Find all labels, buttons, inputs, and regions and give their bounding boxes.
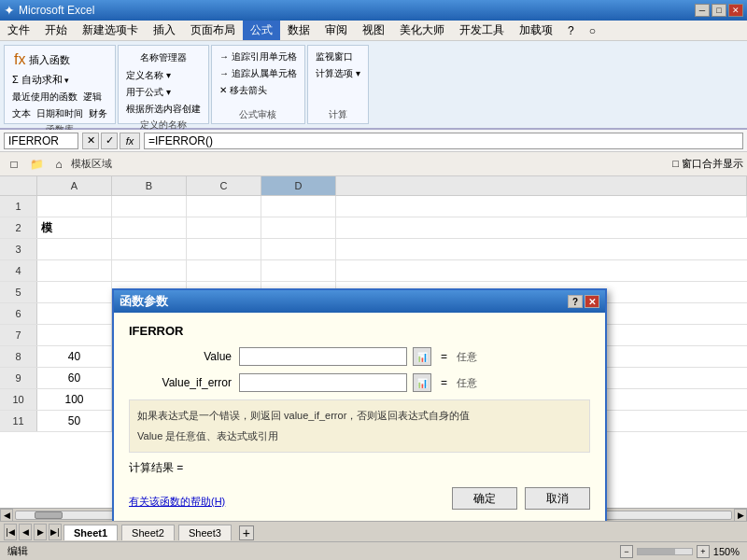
dialog-help-btn[interactable]: ? — [568, 295, 583, 308]
ribbon-btn-insert-func[interactable]: fx 插入函数 — [10, 49, 109, 70]
dialog-value-row: Value 📊 = 任意 — [129, 347, 590, 366]
function-args-dialog: 函数参数 ? ✕ IFERROR Value 📊 — [112, 288, 607, 521]
ribbon-btn-define-name[interactable]: 定义名称 ▾ — [124, 68, 203, 83]
ribbon-group-calc-label: 计算 — [329, 108, 347, 121]
ribbon-btn-datetime[interactable]: 日期和时间 — [35, 106, 85, 121]
ribbon-btn-trace-prec[interactable]: → 追踪引用单元格 — [218, 49, 299, 64]
toolbar-home-btn[interactable]: ⌂ — [49, 155, 69, 174]
ribbon-btn-recent-func[interactable]: 最近使用的函数 — [10, 90, 79, 105]
window-merge-label: □ 窗口合并显示 — [672, 157, 743, 171]
menu-circle[interactable]: ○ — [582, 21, 603, 40]
title-bar-title: Microsoft Excel — [19, 4, 94, 17]
dialog-value-input[interactable] — [239, 347, 407, 366]
menu-file[interactable]: 文件 — [0, 21, 37, 40]
ribbon-btn-text[interactable]: 文本 — [10, 106, 33, 121]
menu-data[interactable]: 数据 — [280, 21, 317, 40]
formula-cancel-btn[interactable]: ✕ — [82, 133, 99, 149]
ribbon-group-audit-label: 公式审核 — [239, 108, 276, 121]
ribbon-group-audit: → 追踪引用单元格 → 追踪从属单元格 ✕ 移去箭头 公式审核 — [211, 45, 305, 124]
dialog-help-link[interactable]: 有关该函数的帮助(H) — [129, 495, 225, 509]
toolbar: □ 📁 ⌂ 模板区域 □ 窗口合并显示 — [0, 152, 747, 176]
ribbon-group-calc: 监视窗口 计算选项 ▾ 计算 — [307, 45, 369, 124]
menu-view[interactable]: 视图 — [355, 21, 392, 40]
ribbon-btn-name-mgr[interactable]: 名称管理器 — [124, 49, 203, 66]
menu-bar: 文件 开始 新建选项卡 插入 页面布局 公式 数据 审阅 视图 美化大师 开发工… — [0, 21, 747, 41]
dialog-value-if-error-result: 任意 — [457, 376, 477, 390]
formula-fx-btn[interactable]: fx — [120, 133, 140, 149]
status-mode: 编辑 — [7, 544, 28, 558]
dialog-title-bar: 函数参数 ? ✕ — [114, 290, 605, 313]
toolbar-new-btn[interactable]: □ — [4, 155, 24, 174]
formula-input[interactable] — [144, 133, 743, 149]
sheet-tab-1[interactable]: Sheet1 — [63, 525, 118, 540]
ribbon-btn-use-in-formula[interactable]: 用于公式 ▾ — [124, 85, 203, 100]
dialog-value-picker-btn[interactable]: 📊 — [413, 347, 431, 366]
ribbon-btn-remove-arrows[interactable]: ✕ 移去箭头 — [218, 83, 299, 98]
dialog-calc-label: 计算结果 = — [129, 461, 183, 474]
formula-bar: ✕ ✓ fx — [0, 130, 747, 152]
ribbon-btn-calc-options[interactable]: 计算选项 ▾ — [314, 66, 362, 81]
name-box[interactable] — [4, 133, 78, 149]
menu-help[interactable]: ? — [560, 21, 582, 40]
ribbon-btn-autosum[interactable]: Σ 自动求和 ▾ — [10, 72, 71, 88]
dialog-description: 如果表达式是一个错误，则返回 value_if_error，否则返回表达式自身的… — [129, 399, 590, 453]
ribbon-btn-logic[interactable]: 逻辑 — [81, 90, 104, 105]
menu-developer[interactable]: 开发工具 — [452, 21, 512, 40]
sheet-scroll-next[interactable]: ▶ — [34, 524, 47, 540]
sheet-scroll-last[interactable]: ▶| — [49, 524, 62, 540]
menu-insert[interactable]: 插入 — [146, 21, 183, 40]
close-button[interactable]: ✕ — [728, 4, 743, 17]
menu-beautify[interactable]: 美化大师 — [392, 21, 452, 40]
dialog-calc-result: 计算结果 = — [129, 460, 590, 476]
dialog-desc-line1: 如果表达式是一个错误，则返回 value_if_error，否则返回表达式自身的… — [137, 408, 582, 425]
ribbon-btn-create-from-sel[interactable]: 根据所选内容创建 — [124, 102, 203, 117]
sheet-scroll-first[interactable]: |◀ — [4, 524, 17, 540]
ribbon: fx 插入函数 Σ 自动求和 ▾ 最近使用的函数 逻辑 文本 日期和时间 财务 — [0, 41, 747, 130]
zoom-level: 150% — [713, 546, 740, 557]
menu-start[interactable]: 开始 — [37, 21, 75, 40]
zoom-in-btn[interactable]: + — [697, 545, 710, 558]
template-area-label: 模板区域 — [71, 157, 112, 171]
dialog-value-if-error-input[interactable] — [239, 373, 407, 392]
menu-addins[interactable]: 加载项 — [512, 21, 560, 40]
minimize-button[interactable]: ─ — [695, 4, 710, 17]
dialog-func-name: IFERROR — [129, 324, 590, 338]
dialog-value-if-error-picker-btn[interactable]: 📊 — [413, 373, 431, 392]
dialog-value-if-error-equals: = — [441, 376, 447, 389]
dialog-value-if-error-row: Value_if_error 📊 = 任意 — [129, 373, 590, 392]
ribbon-btn-finance[interactable]: 财务 — [87, 106, 109, 121]
dialog-footer: 有关该函数的帮助(H) 确定 取消 — [129, 487, 590, 510]
dialog-cancel-btn[interactable]: 取消 — [525, 487, 590, 510]
menu-formula[interactable]: 公式 — [243, 21, 280, 40]
dialog-close-btn[interactable]: ✕ — [585, 295, 599, 308]
dialog-body: IFERROR Value 📊 = 任意 Valu — [114, 313, 605, 521]
dialog-desc-line2: Value 是任意值、表达式或引用 — [137, 428, 582, 445]
zoom-out-btn[interactable]: − — [620, 545, 633, 558]
ribbon-btn-watch-window[interactable]: 监视窗口 — [314, 49, 362, 64]
dialog-value-label: Value — [129, 350, 232, 363]
dialog-overlay: 函数参数 ? ✕ IFERROR Value 📊 — [0, 176, 747, 521]
toolbar-open-btn[interactable]: 📁 — [26, 155, 47, 174]
status-bar: 编辑 − + 150% — [0, 541, 747, 560]
sheet-tab-3[interactable]: Sheet3 — [178, 525, 232, 540]
formula-confirm-btn[interactable]: ✓ — [101, 133, 118, 149]
menu-review[interactable]: 审阅 — [317, 21, 355, 40]
dialog-value-if-error-label: Value_if_error — [129, 376, 232, 389]
ribbon-group-names: 名称管理器 定义名称 ▾ 用于公式 ▾ 根据所选内容创建 定义的名称 — [118, 45, 209, 124]
dialog-title-text: 函数参数 — [120, 293, 168, 310]
sheet-tab-2[interactable]: Sheet2 — [121, 525, 175, 540]
maximize-button[interactable]: □ — [712, 4, 726, 17]
title-bar: ✦ Microsoft Excel ─ □ ✕ — [0, 0, 747, 21]
app-icon: ✦ — [4, 3, 15, 18]
dialog-value-equals: = — [441, 350, 447, 363]
ribbon-btn-trace-dep[interactable]: → 追踪从属单元格 — [218, 66, 299, 81]
dialog-ok-btn[interactable]: 确定 — [452, 487, 517, 510]
menu-page-layout[interactable]: 页面布局 — [183, 21, 243, 40]
menu-new-tab[interactable]: 新建选项卡 — [75, 21, 146, 40]
sheet-scroll-prev[interactable]: ◀ — [19, 524, 32, 540]
ribbon-group-funclib: fx 插入函数 Σ 自动求和 ▾ 最近使用的函数 逻辑 文本 日期和时间 财务 — [4, 45, 116, 124]
sheet-add-btn[interactable]: + — [239, 525, 254, 540]
dialog-value-result: 任意 — [457, 350, 477, 364]
